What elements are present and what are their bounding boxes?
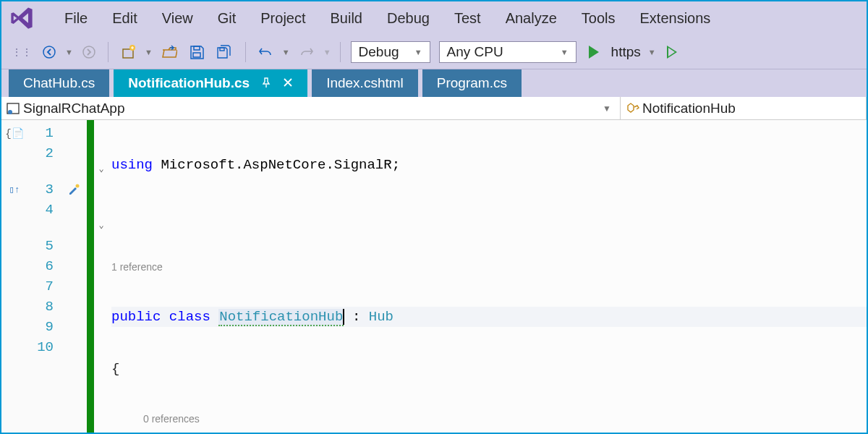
toolbar-separator xyxy=(108,42,109,62)
fold-toggle-icon[interactable]: ⌄ xyxy=(96,164,106,174)
open-button[interactable] xyxy=(157,41,182,63)
save-button[interactable] xyxy=(184,41,209,63)
play-outline-icon xyxy=(667,46,677,59)
start-without-debug-button[interactable] xyxy=(660,43,684,61)
tab-program-cs[interactable]: Program.cs xyxy=(422,69,522,97)
undo-button[interactable] xyxy=(253,41,278,63)
tab-index-cshtml[interactable]: Index.cshtml xyxy=(312,69,418,97)
start-debug-button[interactable] xyxy=(582,43,605,61)
toolbar: ⋮⋮ ▼ ▼ ▼ ▼ Debug ▼ Any CPU ▼ https ▼ xyxy=(1,35,867,69)
codelens-reference[interactable]: 1 reference xyxy=(111,259,867,275)
solution-platform-value: Any CPU xyxy=(447,44,503,60)
solution-config-value: Debug xyxy=(359,44,399,60)
codelens-reference[interactable]: 0 references xyxy=(111,411,867,427)
code-content[interactable]: using Microsoft.AspNetCore.SignalR; 1 re… xyxy=(111,120,867,433)
nav-type-label: NotificationHub xyxy=(642,101,736,116)
tab-notificationhub[interactable]: NotificationHub.cs xyxy=(114,69,307,97)
fold-toggle-icon[interactable]: ⌄ xyxy=(96,221,106,231)
class-name-highlight: NotificationHub xyxy=(218,309,344,326)
nav-project-label: SignalRChatApp xyxy=(23,101,124,116)
svg-point-0 xyxy=(43,46,55,58)
save-all-button[interactable] xyxy=(212,41,238,63)
undo-dropdown[interactable]: ▼ xyxy=(281,48,292,56)
class-icon xyxy=(625,101,639,116)
visual-studio-logo xyxy=(9,5,35,31)
menu-debug[interactable]: Debug xyxy=(375,10,442,27)
outline-fold-gutter: ⌄ ⌄ xyxy=(94,120,111,433)
svg-point-1 xyxy=(83,46,95,58)
code-navbar: SignalRChatApp ▼ NotificationHub xyxy=(1,97,867,120)
screwdriver-lightbulb-icon[interactable] xyxy=(61,179,87,200)
run-target-dropdown[interactable]: ▼ xyxy=(647,48,658,56)
svg-point-8 xyxy=(8,110,12,114)
nav-project-cell[interactable]: SignalRChatApp ▼ xyxy=(1,97,621,119)
code-editor[interactable]: {📄 ▯↑ 1 2 3 4 5 6 7 8 9 10 ⌄ ⌄ using Mic… xyxy=(1,120,867,433)
collapse-region-icon[interactable]: {📄 xyxy=(1,123,27,143)
editor-indicator-margin xyxy=(61,120,87,433)
menu-tools[interactable]: Tools xyxy=(569,10,628,27)
pinned-region-icon[interactable]: ▯↑ xyxy=(1,179,27,200)
menu-view[interactable]: View xyxy=(150,10,205,27)
change-tracking-bar xyxy=(87,120,94,433)
nav-forward-button xyxy=(77,42,101,62)
toolbar-grip-icon[interactable]: ⋮⋮ xyxy=(9,46,35,58)
nav-type-cell[interactable]: NotificationHub xyxy=(621,97,867,119)
text-caret xyxy=(343,309,344,325)
close-icon[interactable] xyxy=(283,75,293,91)
menu-extensions[interactable]: Extensions xyxy=(627,10,723,27)
svg-rect-5 xyxy=(193,53,200,57)
chevron-down-icon: ▼ xyxy=(561,48,569,56)
nav-back-button[interactable] xyxy=(38,42,61,62)
toolbar-separator xyxy=(340,42,341,62)
redo-button xyxy=(294,41,319,63)
redo-dropdown: ▼ xyxy=(322,48,333,56)
tab-chathub[interactable]: ChatHub.cs xyxy=(9,69,109,97)
menu-analyze[interactable]: Analyze xyxy=(493,10,569,27)
document-tabbar: ChatHub.cs NotificationHub.cs Index.csht… xyxy=(1,69,867,97)
svg-rect-4 xyxy=(194,46,200,50)
svg-rect-6 xyxy=(220,48,224,51)
run-target-label[interactable]: https xyxy=(611,44,641,60)
menu-edit[interactable]: Edit xyxy=(100,10,149,27)
chevron-down-icon: ▼ xyxy=(414,48,422,56)
toolbar-separator xyxy=(245,42,246,62)
menu-build[interactable]: Build xyxy=(318,10,375,27)
new-project-dropdown[interactable]: ▼ xyxy=(143,48,154,56)
solution-config-dropdown[interactable]: Debug ▼ xyxy=(351,41,430,63)
svg-point-9 xyxy=(76,184,80,188)
editor-glyph-margin: {📄 ▯↑ xyxy=(1,120,27,433)
new-project-button[interactable] xyxy=(116,41,140,63)
play-icon xyxy=(589,46,599,59)
menu-project[interactable]: Project xyxy=(248,10,318,27)
menu-test[interactable]: Test xyxy=(442,10,493,27)
csharp-project-icon xyxy=(6,101,20,116)
menubar: File Edit View Git Project Build Debug T… xyxy=(1,1,867,35)
pin-icon[interactable] xyxy=(261,75,271,91)
menu-file[interactable]: File xyxy=(52,10,100,27)
menu-git[interactable]: Git xyxy=(205,10,249,27)
solution-platform-dropdown[interactable]: Any CPU ▼ xyxy=(439,41,576,63)
chevron-down-icon[interactable]: ▼ xyxy=(598,103,616,114)
nav-back-dropdown[interactable]: ▼ xyxy=(64,48,75,56)
line-number-gutter: 1 2 3 4 5 6 7 8 9 10 xyxy=(27,120,61,433)
